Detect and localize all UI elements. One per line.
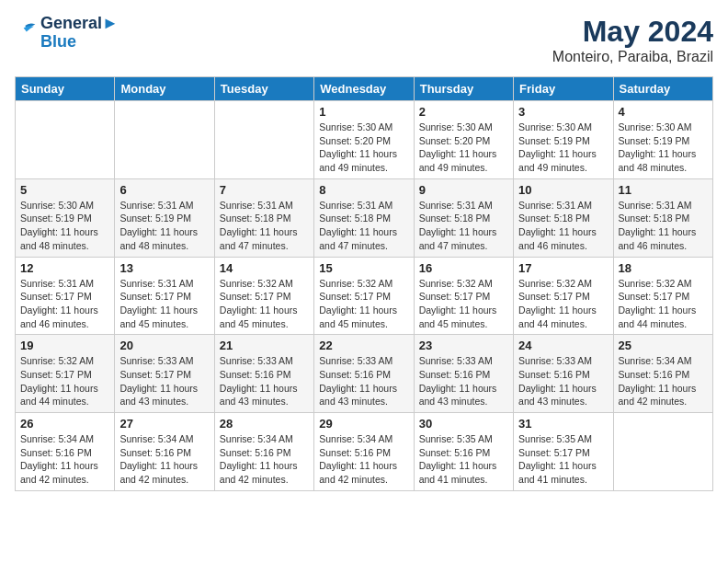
day-info: Sunrise: 5:31 AMSunset: 5:17 PMDaylight:… <box>20 277 109 331</box>
day-number: 11 <box>619 183 708 197</box>
day-info: Sunrise: 5:30 AMSunset: 5:19 PMDaylight:… <box>518 121 608 175</box>
calendar-week-3: 12Sunrise: 5:31 AMSunset: 5:17 PMDayligh… <box>16 257 713 335</box>
calendar-table: SundayMondayTuesdayWednesdayThursdayFrid… <box>15 76 713 491</box>
logo: General► Blue <box>15 15 119 52</box>
calendar-header-saturday: Saturday <box>613 77 712 101</box>
day-number: 1 <box>319 105 408 119</box>
day-info: Sunrise: 5:32 AMSunset: 5:17 PMDaylight:… <box>220 277 309 331</box>
day-info: Sunrise: 5:30 AMSunset: 5:19 PMDaylight:… <box>20 199 109 253</box>
day-number: 27 <box>119 417 209 431</box>
day-info: Sunrise: 5:33 AMSunset: 5:16 PMDaylight:… <box>220 354 309 408</box>
day-info: Sunrise: 5:31 AMSunset: 5:18 PMDaylight:… <box>319 199 408 253</box>
day-number: 31 <box>518 417 608 431</box>
title-block: May 2024 Monteiro, Paraiba, Brazil <box>552 15 713 65</box>
day-number: 26 <box>20 417 109 431</box>
day-info: Sunrise: 5:34 AMSunset: 5:16 PMDaylight:… <box>319 432 408 487</box>
calendar-header-tuesday: Tuesday <box>214 77 313 101</box>
day-info: Sunrise: 5:32 AMSunset: 5:17 PMDaylight:… <box>619 277 708 331</box>
day-info: Sunrise: 5:33 AMSunset: 5:16 PMDaylight:… <box>419 354 508 408</box>
calendar-week-1: 1Sunrise: 5:30 AMSunset: 5:20 PMDaylight… <box>16 101 713 179</box>
calendar-header-monday: Monday <box>115 77 214 101</box>
day-info: Sunrise: 5:32 AMSunset: 5:17 PMDaylight:… <box>419 277 508 331</box>
calendar-week-2: 5Sunrise: 5:30 AMSunset: 5:19 PMDaylight… <box>16 178 713 257</box>
day-info: Sunrise: 5:31 AMSunset: 5:18 PMDaylight:… <box>220 199 309 253</box>
day-info: Sunrise: 5:31 AMSunset: 5:18 PMDaylight:… <box>419 199 508 253</box>
calendar-cell: 27Sunrise: 5:34 AMSunset: 5:16 PMDayligh… <box>115 413 214 491</box>
calendar-cell: 26Sunrise: 5:34 AMSunset: 5:16 PMDayligh… <box>16 413 115 491</box>
calendar-cell: 13Sunrise: 5:31 AMSunset: 5:17 PMDayligh… <box>115 257 214 335</box>
calendar-cell: 3Sunrise: 5:30 AMSunset: 5:19 PMDaylight… <box>514 101 613 179</box>
calendar-cell <box>16 101 115 179</box>
page-header: General► Blue May 2024 Monteiro, Paraiba… <box>15 15 713 65</box>
day-number: 5 <box>20 183 109 197</box>
day-number: 4 <box>619 105 708 119</box>
day-info: Sunrise: 5:35 AMSunset: 5:16 PMDaylight:… <box>419 432 508 487</box>
calendar-cell: 31Sunrise: 5:35 AMSunset: 5:17 PMDayligh… <box>514 413 613 491</box>
day-number: 25 <box>619 339 708 352</box>
logo-text: General► Blue <box>40 15 119 52</box>
calendar-cell: 5Sunrise: 5:30 AMSunset: 5:19 PMDaylight… <box>16 178 115 257</box>
calendar-week-5: 26Sunrise: 5:34 AMSunset: 5:16 PMDayligh… <box>16 413 713 491</box>
day-number: 7 <box>220 183 309 197</box>
calendar-cell: 22Sunrise: 5:33 AMSunset: 5:16 PMDayligh… <box>314 335 414 413</box>
calendar-cell: 29Sunrise: 5:34 AMSunset: 5:16 PMDayligh… <box>314 413 414 491</box>
day-number: 9 <box>419 183 508 197</box>
day-info: Sunrise: 5:30 AMSunset: 5:20 PMDaylight:… <box>419 121 508 175</box>
calendar-cell: 11Sunrise: 5:31 AMSunset: 5:18 PMDayligh… <box>613 178 712 257</box>
day-number: 28 <box>220 417 309 431</box>
day-number: 8 <box>319 183 408 197</box>
calendar-cell: 10Sunrise: 5:31 AMSunset: 5:18 PMDayligh… <box>514 178 613 257</box>
day-info: Sunrise: 5:34 AMSunset: 5:16 PMDaylight:… <box>119 432 209 487</box>
day-number: 17 <box>518 261 608 275</box>
day-number: 20 <box>119 339 209 352</box>
day-info: Sunrise: 5:30 AMSunset: 5:20 PMDaylight:… <box>319 121 408 175</box>
day-number: 6 <box>119 183 209 197</box>
day-number: 14 <box>220 261 309 275</box>
calendar-cell <box>115 101 214 179</box>
day-info: Sunrise: 5:33 AMSunset: 5:17 PMDaylight:… <box>119 354 209 408</box>
day-number: 3 <box>518 105 608 119</box>
calendar-cell: 23Sunrise: 5:33 AMSunset: 5:16 PMDayligh… <box>414 335 513 413</box>
day-number: 29 <box>319 417 408 431</box>
day-info: Sunrise: 5:31 AMSunset: 5:17 PMDaylight:… <box>119 277 209 331</box>
day-info: Sunrise: 5:34 AMSunset: 5:16 PMDaylight:… <box>20 432 109 487</box>
month-title: May 2024 <box>552 15 713 49</box>
calendar-cell: 18Sunrise: 5:32 AMSunset: 5:17 PMDayligh… <box>613 257 712 335</box>
day-number: 21 <box>220 339 309 352</box>
day-number: 15 <box>319 261 408 275</box>
day-number: 22 <box>319 339 408 352</box>
day-info: Sunrise: 5:34 AMSunset: 5:16 PMDaylight:… <box>619 354 708 408</box>
day-info: Sunrise: 5:32 AMSunset: 5:17 PMDaylight:… <box>319 277 408 331</box>
day-info: Sunrise: 5:30 AMSunset: 5:19 PMDaylight:… <box>619 121 708 175</box>
day-number: 19 <box>20 339 109 352</box>
calendar-cell: 28Sunrise: 5:34 AMSunset: 5:16 PMDayligh… <box>214 413 313 491</box>
day-number: 2 <box>419 105 508 119</box>
calendar-cell: 24Sunrise: 5:33 AMSunset: 5:16 PMDayligh… <box>514 335 613 413</box>
calendar-cell: 6Sunrise: 5:31 AMSunset: 5:19 PMDaylight… <box>115 178 214 257</box>
calendar-cell: 7Sunrise: 5:31 AMSunset: 5:18 PMDaylight… <box>214 178 313 257</box>
calendar-cell <box>214 101 313 179</box>
day-number: 23 <box>419 339 508 352</box>
calendar-cell <box>613 413 712 491</box>
calendar-week-4: 19Sunrise: 5:32 AMSunset: 5:17 PMDayligh… <box>16 335 713 413</box>
calendar-cell: 21Sunrise: 5:33 AMSunset: 5:16 PMDayligh… <box>214 335 313 413</box>
calendar-cell: 20Sunrise: 5:33 AMSunset: 5:17 PMDayligh… <box>115 335 214 413</box>
day-number: 16 <box>419 261 508 275</box>
calendar-header-sunday: Sunday <box>16 77 115 101</box>
day-info: Sunrise: 5:31 AMSunset: 5:18 PMDaylight:… <box>619 199 708 253</box>
calendar-header-friday: Friday <box>514 77 613 101</box>
calendar-header-row: SundayMondayTuesdayWednesdayThursdayFrid… <box>16 77 713 101</box>
day-info: Sunrise: 5:32 AMSunset: 5:17 PMDaylight:… <box>518 277 608 331</box>
day-number: 18 <box>619 261 708 275</box>
day-number: 24 <box>518 339 608 352</box>
calendar-cell: 19Sunrise: 5:32 AMSunset: 5:17 PMDayligh… <box>16 335 115 413</box>
location-title: Monteiro, Paraiba, Brazil <box>552 49 713 65</box>
day-info: Sunrise: 5:34 AMSunset: 5:16 PMDaylight:… <box>220 432 309 487</box>
day-info: Sunrise: 5:32 AMSunset: 5:17 PMDaylight:… <box>20 354 109 408</box>
calendar-header-wednesday: Wednesday <box>314 77 414 101</box>
day-info: Sunrise: 5:31 AMSunset: 5:18 PMDaylight:… <box>518 199 608 253</box>
calendar-cell: 2Sunrise: 5:30 AMSunset: 5:20 PMDaylight… <box>414 101 513 179</box>
calendar-cell: 1Sunrise: 5:30 AMSunset: 5:20 PMDaylight… <box>314 101 414 179</box>
calendar-header-thursday: Thursday <box>414 77 513 101</box>
calendar-cell: 30Sunrise: 5:35 AMSunset: 5:16 PMDayligh… <box>414 413 513 491</box>
